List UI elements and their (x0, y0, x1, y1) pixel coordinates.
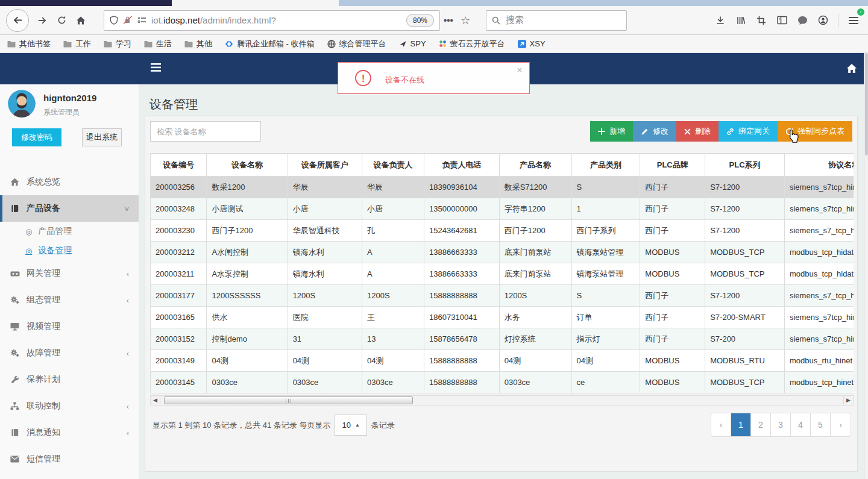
sidebar-subitem-device-management[interactable]: ◎设备管理 (0, 241, 139, 260)
bookmark-star-icon[interactable]: ☆ (457, 11, 474, 30)
table-row[interactable]: 200003165供水医院王18607310041水务订单西门子S7-200-S… (151, 307, 854, 328)
page-button-prev[interactable]: ‹ (711, 413, 731, 436)
table-cell: A水闸控制 (207, 242, 288, 263)
table-row[interactable]: 2000031450303ce0303ce0303ce1588888888803… (151, 372, 854, 393)
sidebar-item-fault-management[interactable]: 故障管理‹ (0, 340, 139, 366)
back-button[interactable] (6, 9, 29, 32)
column-header[interactable]: PLC品牌 (640, 154, 705, 177)
column-header[interactable]: 产品类别 (571, 154, 640, 177)
table-row[interactable]: 2000031771200SSSSSS1200S1200S15888888888… (151, 285, 854, 307)
delete-button[interactable]: 删除 (676, 121, 719, 142)
sidebars-icon[interactable] (773, 11, 790, 30)
scroll-left-icon[interactable]: ◀ (151, 396, 160, 405)
table-cell: 王 (362, 307, 424, 328)
column-header[interactable]: 设备编号 (151, 154, 207, 177)
bookmark-other-bookmarks[interactable]: 其他书签 (7, 39, 51, 49)
table-cell: MODBUS (640, 372, 705, 393)
tracking-shield-icon[interactable] (110, 16, 118, 25)
add-button[interactable]: 新增 (590, 121, 633, 142)
bookmark-tencent-exmail[interactable]: 腾讯企业邮箱 - 收件箱 (225, 39, 315, 49)
sidebar-item-config-management[interactable]: 组态管理‹ (0, 287, 139, 313)
sidebar-item-gateway-management[interactable]: 网关管理‹ (0, 260, 139, 287)
downloads-icon[interactable] (712, 11, 729, 30)
page-button-5[interactable]: 5 (811, 413, 831, 436)
column-header[interactable]: 设备名称 (207, 154, 288, 177)
sidebar-item-system-overview[interactable]: 系统总览 (0, 169, 139, 195)
device-search-input[interactable] (150, 121, 261, 142)
bookmark-management-platform[interactable]: 综合管理平台 (327, 39, 386, 49)
sidebar-subitem-product-management[interactable]: ◎产品管理 (0, 222, 139, 241)
sidebar-item-video-management[interactable]: 视频管理 (0, 313, 139, 340)
change-password-button[interactable]: 修改密码 (12, 128, 61, 146)
sidebar-item-sms-management[interactable]: 短信管理 (0, 446, 139, 472)
insecure-connection-icon[interactable] (123, 16, 133, 25)
scrollbar-thumb[interactable] (164, 396, 413, 404)
tencentmail-icon (225, 40, 233, 48)
bookmark-ys7-open-platform[interactable]: 萤石云开放平台 (439, 39, 505, 49)
forward-button[interactable] (33, 11, 52, 30)
column-header[interactable]: 负责人电话 (424, 154, 500, 177)
bookmark-work[interactable]: 工作 (63, 39, 91, 49)
page-button-next[interactable]: › (831, 413, 851, 436)
app-sidebar: hignton2019 系统管理员 修改密码 退出系统 系统总览产品设备˅◎产品… (0, 84, 139, 479)
table-cell: 15888888888 (424, 372, 500, 393)
table-row[interactable]: 200003212A水闸控制镇海水利A13886663333底来门前泵站镇海泵站… (151, 242, 854, 263)
table-row[interactable]: 20000314904测04测04测1588888888804测04测MODBU… (151, 350, 854, 372)
bookmark-life[interactable]: 生活 (144, 39, 172, 49)
bookmark-xsy[interactable]: XSY (518, 39, 546, 48)
screenshot-crop-icon[interactable] (753, 11, 770, 30)
user-role: 系统管理员 (43, 107, 80, 117)
page-button-2[interactable]: 2 (751, 413, 771, 436)
table-row[interactable]: 200003152控制demo311315878656478灯控系统指示灯西门子… (151, 328, 854, 350)
bookmark-other[interactable]: 其他 (184, 39, 212, 49)
zoom-level-badge[interactable]: 80% (406, 14, 434, 27)
reload-button[interactable] (52, 11, 71, 30)
search-icon (492, 16, 500, 25)
sidebar-item-maintenance-plan[interactable]: 保养计划 (0, 366, 139, 393)
browser-search-bar[interactable]: 搜索 (486, 10, 627, 31)
sidebar-item-product-device[interactable]: 产品设备˅ (0, 195, 139, 222)
bind-gateway-button[interactable]: 绑定网关 (719, 121, 778, 142)
app-menu-icon[interactable]: ↑ (845, 11, 862, 30)
horizontal-scrollbar[interactable]: ◀ ▶ (150, 395, 854, 405)
force-sync-button[interactable]: 强制同步点表 (778, 121, 852, 142)
column-header[interactable]: 协议名称 (784, 154, 854, 177)
library-icon[interactable] (732, 11, 749, 30)
table-row[interactable]: 200003248小唐测试小唐小唐13500000000字符串12001西门子S… (151, 198, 854, 220)
logout-button[interactable]: 退出系统 (82, 128, 122, 146)
toolbar-separator (838, 14, 838, 27)
column-header[interactable]: 产品名称 (499, 154, 571, 177)
permissions-icon[interactable] (137, 16, 146, 24)
page-button-4[interactable]: 4 (791, 413, 811, 436)
link-icon (726, 128, 734, 136)
page-button-3[interactable]: 3 (771, 413, 791, 436)
sidebar-item-linkage-control[interactable]: 联动控制‹ (0, 393, 139, 419)
column-header[interactable]: PLC系列 (705, 154, 785, 177)
page-actions-icon[interactable]: ••• (440, 11, 457, 30)
table-row[interactable]: 200003256数采1200华辰华辰18390936104数采S71200S西… (151, 177, 854, 198)
sidebar-item-message-notice[interactable]: 消息通知‹ (0, 419, 139, 446)
table-row[interactable]: 200003211A水泵控制镇海水利A13886663333底来门前泵站镇海泵站… (151, 263, 854, 285)
navbar-home-icon[interactable] (846, 63, 857, 74)
table-cell: 0303ce (499, 372, 571, 393)
page-scrollbar-thumb[interactable] (865, 53, 868, 155)
account-icon[interactable] (814, 11, 831, 30)
search-placeholder: 搜索 (506, 14, 524, 26)
table-row[interactable]: 200003230西门子1200华辰智通科技孔15243642681西门子120… (151, 220, 854, 242)
bookmark-spy[interactable]: SPY (399, 39, 426, 48)
messenger-bubble-icon[interactable] (794, 11, 811, 30)
edit-button[interactable]: 修改 (633, 121, 676, 142)
bookmark-study[interactable]: 学习 (104, 39, 131, 49)
page-size-select[interactable]: 10▲ (335, 415, 366, 436)
home-button[interactable] (71, 11, 90, 30)
active-tab-partial[interactable] (172, 0, 339, 6)
table-cell: 指示灯 (571, 328, 640, 350)
column-header[interactable]: 设备所属客户 (288, 154, 362, 177)
alert-close-icon[interactable]: × (517, 64, 523, 77)
page-button-1[interactable]: 1 (731, 413, 751, 436)
column-header[interactable]: 设备负责人 (362, 154, 424, 177)
sidebar-toggle-icon[interactable] (151, 63, 161, 72)
scroll-right-icon[interactable]: ▶ (843, 396, 853, 405)
page-scrollbar[interactable] (864, 53, 868, 479)
url-bar[interactable]: iot.idosp.net/admin/index.html? 80% (104, 10, 440, 31)
